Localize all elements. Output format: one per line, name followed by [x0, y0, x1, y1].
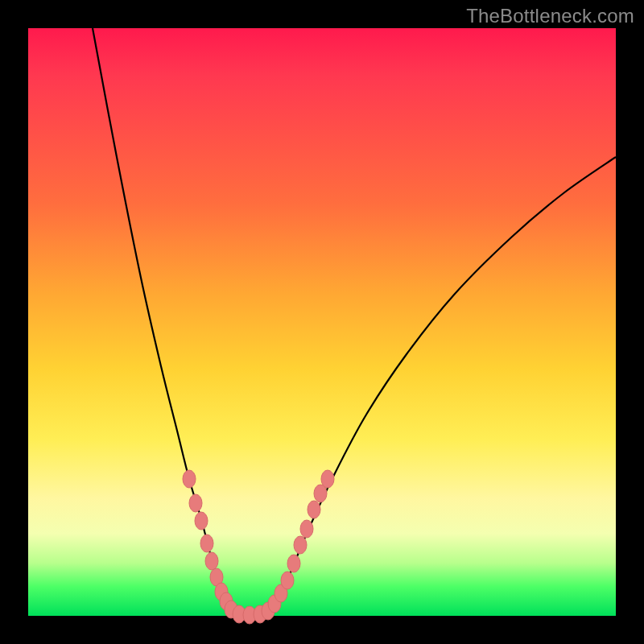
- curve-marker: [200, 535, 213, 552]
- curve-marker: [308, 501, 320, 518]
- plot-area: [28, 28, 616, 616]
- curve-marker: [205, 552, 218, 570]
- curve-marker: [183, 470, 196, 488]
- curve-marker: [287, 555, 300, 572]
- chart-frame: TheBottleneck.com: [0, 0, 644, 644]
- watermark-text: TheBottleneck.com: [466, 5, 634, 27]
- curve-marker: [300, 520, 313, 538]
- curve-marker: [195, 512, 208, 530]
- marker-group: [183, 470, 334, 624]
- curve-marker: [294, 536, 307, 554]
- curve-marker: [189, 494, 202, 512]
- curve-marker: [281, 572, 294, 589]
- curve-marker: [321, 470, 334, 488]
- curve-layer: [28, 28, 616, 616]
- bottleneck-curve: [93, 28, 616, 615]
